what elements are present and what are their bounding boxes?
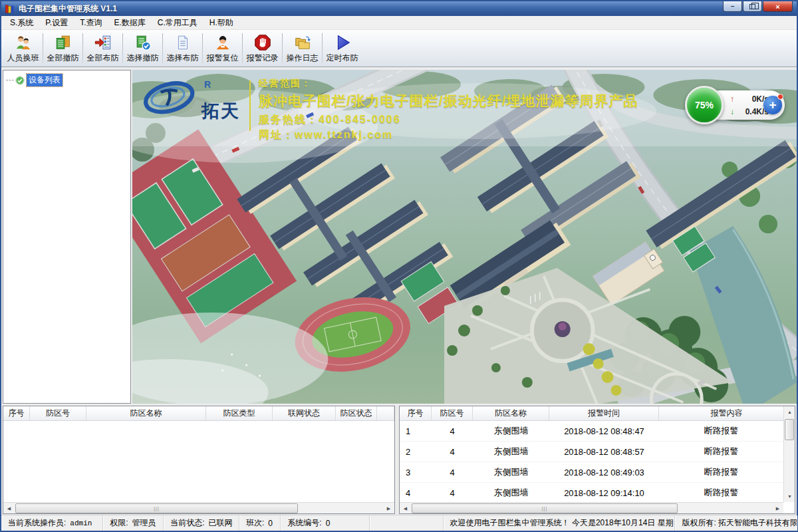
select-arm-button[interactable]: 选择布防 [164,31,201,65]
menu-system[interactable]: S.系统 [4,16,39,30]
cell-zone-name: 东侧围墙 [473,421,549,441]
app-window: 电子围栏集中管理系统 V1.1 – × S.系统 P.设置 T.查询 E.数据库… [0,0,798,532]
toolbar-separator [322,33,323,63]
menu-tools[interactable]: C.常用工具 [152,16,203,30]
main-content: 设备列表 [1,67,797,515]
timed-arm-button[interactable]: 定时布防 [323,31,361,65]
tree-node-device-list[interactable]: 设备列表 [6,74,129,86]
operation-log-button[interactable]: 操作日志 [283,31,321,65]
welcome-text: 欢迎使用电子围栏集中管理系统！ 今天是2018年10月14日 星期日 [450,517,676,529]
download-arrow-icon: ↓ [730,107,734,116]
cell-zone-name: 东侧围墙 [473,483,549,502]
col-zone-state[interactable]: 防区状态 [336,406,377,420]
scroll-right-icon[interactable]: ▶ [383,503,394,514]
col-alarm-content[interactable]: 报警内容 [659,406,795,420]
minimize-button[interactable]: – [723,1,742,12]
close-icon: × [775,3,779,11]
shift-label: 班次: [246,517,264,529]
toolbar-separator [282,33,283,63]
alarm-row[interactable]: 1 4 东侧围墙 2018-08-12 08:48:47 断路报警 [400,421,783,442]
permission-label: 权限: [110,517,128,529]
zones-table: 序号 防区号 防区名称 防区类型 联网状态 防区状态 ◀ ||| ▶ [3,406,395,514]
toolbar-label: 选择撤防 [127,53,159,64]
gauge-percent: 75% [695,100,714,110]
scroll-left-icon[interactable]: ◀ [3,503,15,514]
toolbar: 人员换班 全部撤防 全部布防 [1,30,797,67]
arm-all-button[interactable]: 全部布防 [84,31,122,65]
copyright-text: 版权所有: 拓天智能电子科技有限 [682,517,797,529]
scroll-thumb[interactable]: ||| [412,503,678,513]
alarms-table: 序号 防区号 防区名称 报警时间 报警内容 1 4 东侧围墙 2018-08-1… [399,406,795,514]
minimize-icon: – [731,3,735,10]
cell-alarm-content: 断路报警 [659,483,783,502]
cell-alarm-time: 2018-08-12 08:48:47 [549,421,659,441]
toolbar-label: 报警复位 [207,53,239,64]
scroll-thumb[interactable] [785,419,794,440]
state-label: 当前状态: [170,517,204,529]
cell-alarm-time: 2018-08-12 09:14:10 [549,483,659,502]
toolbar-label: 操作日志 [287,53,319,64]
select-disarm-button[interactable]: 选择撤防 [124,31,162,65]
col-zone-name[interactable]: 防区名称 [86,406,206,420]
restore-button[interactable] [743,1,762,12]
tree-node-label: 设备列表 [27,74,63,86]
titlebar: 电子围栏集中管理系统 V1.1 – × [1,1,797,16]
col-alarm-time[interactable]: 报警时间 [549,406,659,420]
menubar: S.系统 P.设置 T.查询 E.数据库 C.常用工具 H.帮助 [1,16,797,30]
alarm-reset-button[interactable]: 报警复位 [203,31,241,65]
photo-panel: R 拓天 经营范围： 脉冲电子围栏/张力电子围栏/振动光纤/埋地泄漏等周界产品 … [132,70,797,404]
scroll-up-icon[interactable]: ▲ [784,406,795,418]
toolbar-separator [43,33,43,63]
toolbar-label: 人员换班 [7,53,39,64]
cell-zone-name: 东侧围墙 [473,462,549,482]
scroll-left-icon[interactable]: ◀ [400,503,411,514]
cell-zone-name: 东侧围墙 [473,442,549,462]
scroll-thumb[interactable]: ||| [15,503,298,513]
menu-database[interactable]: E.数据库 [108,16,151,30]
col-seq[interactable]: 序号 [400,406,432,420]
col-zone-no[interactable]: 防区号 [432,406,473,420]
scroll-right-icon[interactable]: ▶ [772,503,783,514]
col-filler [377,406,394,420]
net-speed-widget[interactable]: 75% ↑0K/s ↓0.4K/s + [685,86,786,124]
col-zone-type[interactable]: 防区类型 [206,406,273,420]
alarms-vscrollbar[interactable]: ▲ ▼ [783,406,795,502]
scroll-down-icon[interactable]: ▼ [784,491,795,502]
alarm-row[interactable]: 4 4 东侧围墙 2018-08-12 09:14:10 断路报警 [400,483,783,502]
operator-value: admin [70,519,92,527]
cell-seq: 4 [400,483,432,502]
alarm-row[interactable]: 2 4 东侧围墙 2018-08-12 08:48:57 断路报警 [400,442,783,462]
statusbar: 当前系统操作员: admin 权限: 管理员 当前状态: 已联网 班次: 0 系… [1,515,797,531]
shift-change-button[interactable]: 人员换班 [4,31,42,65]
zones-table-header: 序号 防区号 防区名称 防区类型 联网状态 防区状态 [3,406,394,421]
operator-label: 当前系统操作员: [8,517,66,529]
cell-zone-no: 4 [432,421,473,441]
cell-alarm-time: 2018-08-12 08:48:57 [549,442,659,462]
close-button[interactable]: × [763,1,793,12]
app-icon [5,4,15,14]
menu-help[interactable]: H.帮助 [203,16,239,30]
disarm-all-button[interactable]: 全部撤防 [44,31,82,65]
alarm-row[interactable]: 3 4 东侧围墙 2018-08-12 08:49:03 断路报警 [400,462,783,483]
state-value: 已联网 [209,517,233,529]
alarms-hscrollbar[interactable]: ◀ ||| ▶ [400,502,783,513]
menu-query[interactable]: T.查询 [74,16,108,30]
menu-settings[interactable]: P.设置 [39,16,74,30]
zones-hscrollbar[interactable]: ◀ ||| ▶ [3,502,394,513]
arm-all-icon [94,33,112,52]
cell-alarm-content: 断路报警 [659,442,783,462]
col-net-state[interactable]: 联网状态 [273,406,336,420]
alarm-log-icon [253,33,272,52]
device-tree-panel: 设备列表 [3,70,131,404]
disarm-all-icon [54,33,72,52]
col-zone-no[interactable]: 防区号 [30,406,86,420]
operation-log-icon [293,33,312,52]
col-zone-name[interactable]: 防区名称 [473,406,549,420]
cell-zone-no: 4 [432,462,473,482]
tree-connector [6,80,14,80]
cell-zone-no: 4 [432,442,473,462]
memory-gauge[interactable]: 75% [685,86,724,124]
cell-alarm-time: 2018-08-12 08:49:03 [549,462,659,482]
alarm-log-button[interactable]: 报警记录 [243,31,281,65]
col-seq[interactable]: 序号 [3,406,30,420]
